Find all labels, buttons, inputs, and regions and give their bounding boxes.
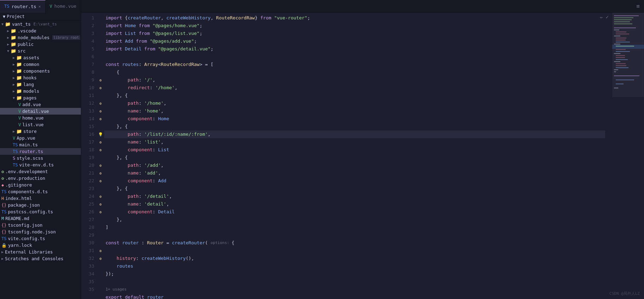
tree-item-detail-vue[interactable]: V detail.vue — [0, 108, 81, 115]
tree-item-tsconfig-node[interactable]: {} tsconfig.node.json — [0, 228, 81, 235]
tree-item-home-vue[interactable]: V home.vue — [0, 115, 81, 121]
tab-menu-icon[interactable]: ≡ — [632, 3, 644, 10]
tree-item-label-list-vue: list.vue — [22, 122, 43, 127]
vue-file-icon: V — [18, 122, 21, 127]
folder-icon: 📁 — [16, 129, 22, 134]
chevron-icon: ▼ — [1, 22, 4, 26]
gutter-icon-18: ⚙ — [97, 146, 104, 154]
gutter-icon-13: ⚙ — [97, 107, 104, 115]
tree-item-label-components-d-ts: components.d.ts — [8, 189, 48, 194]
project-chevron-icon: ▼ — [3, 14, 5, 19]
tree-item-env-dev[interactable]: ⚙ .env.development — [0, 168, 81, 175]
tab-router-ts[interactable]: TS router.ts ✕ — [0, 0, 46, 13]
main-layout: ▼ Project ▼ 📁 vant_ts E:\vant_ts ▶ 📁 .vs… — [0, 13, 644, 299]
tree-item-node-modules[interactable]: ▶ 📁 node_modules library root — [0, 34, 81, 41]
tree-item-vscode[interactable]: ▶ 📁 .vscode — [0, 28, 81, 34]
tree-item-external-libs[interactable]: ▶ External Libraries — [0, 249, 81, 255]
code-line-35-empty — [104, 278, 605, 286]
code-line-usages-hint[interactable]: 1+ usages — [104, 286, 605, 293]
tree-item-label-common: common — [23, 62, 39, 67]
tree-item-label-src: src — [18, 48, 26, 54]
tree-item-public[interactable]: ▶ 📁 public — [0, 41, 81, 48]
tree-item-package-json[interactable]: {} package.json — [0, 202, 81, 208]
code-line-30: const router : Router = createRouter( op… — [104, 239, 605, 247]
edit-icon[interactable]: ✏ — [600, 14, 603, 20]
json-file-icon: {} — [1, 203, 6, 208]
tree-item-models[interactable]: ▶ 📁 models — [0, 88, 81, 94]
tree-item-env-prod[interactable]: ⚙ .env.production — [0, 175, 81, 182]
tree-item-add-vue[interactable]: V add.vue — [0, 101, 81, 108]
tree-item-vant-ts[interactable]: ▼ 📁 vant_ts E:\vant_ts — [0, 21, 81, 28]
tree-item-hooks[interactable]: ▶ 📁 hooks — [0, 74, 81, 81]
tree-item-components-d-ts[interactable]: TS components.d.ts — [0, 188, 81, 195]
tree-item-scratches[interactable]: ▶ Scratches and Consoles — [0, 255, 81, 262]
ts-file-icon: TS — [13, 142, 18, 147]
tree-item-vite-env[interactable]: TS vite-env.d.ts — [0, 161, 81, 168]
code-line-7: const routes: Array<RouteRecordRaw> = [ — [104, 61, 605, 68]
git-file-icon: ◆ — [1, 183, 4, 188]
tree-item-list-vue[interactable]: V list.vue — [0, 121, 81, 128]
tree-item-app-vue[interactable]: V App.vue — [0, 135, 81, 141]
tree-item-index-html[interactable]: H index.html — [0, 195, 81, 202]
code-editor[interactable]: import {createRouter, createWebHistory, … — [104, 13, 612, 299]
code-line-33: routes — [104, 262, 605, 270]
folder-icon: 📁 — [16, 75, 22, 80]
tree-item-style-scss[interactable]: S style.scss — [0, 155, 81, 161]
gutter-icons: ⚙ ⚙ ⚙ ⚙ ⚙ 💡 ⚙ ⚙ ⚙ ⚙ ⚙ ⚙ ⚙ — [97, 13, 104, 299]
tree-item-label-hooks: hooks — [23, 75, 37, 80]
env-file-icon: ⚙ — [1, 176, 4, 181]
tree-item-common[interactable]: ▶ 📁 common — [0, 61, 81, 68]
code-line-export: export default router — [104, 293, 605, 299]
code-line-14: component: Home — [104, 115, 605, 123]
code-line-28: ] — [104, 224, 605, 231]
code-container[interactable]: 12345 678910 1112131415 1617181920 21222… — [81, 13, 612, 299]
project-header[interactable]: ▼ Project — [0, 13, 81, 21]
code-line-23: }, { — [104, 185, 605, 193]
tree-item-assets[interactable]: ▶ 📁 assets — [0, 54, 81, 61]
tree-item-postcss-config[interactable]: TS postcss.config.ts — [0, 208, 81, 215]
tab-home-vue-label: home.vue — [54, 4, 77, 9]
minimap-svg — [612, 13, 644, 299]
check-icon[interactable]: ✓ — [606, 14, 609, 20]
ts-file-icon: TS — [1, 189, 6, 194]
tree-item-gitignore[interactable]: ◆ .gitignore — [0, 182, 81, 188]
tree-item-lang[interactable]: ▶ 📁 lang — [0, 81, 81, 88]
close-tab-router-ts[interactable]: ✕ — [38, 4, 41, 9]
chevron-icon: ▶ — [7, 29, 9, 33]
code-line-26: component: Detail — [104, 208, 605, 216]
tree-item-label-public: public — [18, 42, 34, 47]
tree-item-components[interactable]: ▶ 📁 components — [0, 68, 81, 74]
vue-file-icon: V — [18, 116, 21, 121]
gutter-icon-12: ⚙ — [97, 99, 104, 107]
tree-item-vite-config[interactable]: TS vite.config.ts — [0, 235, 81, 242]
tree-item-main-ts[interactable]: TS main.ts — [0, 141, 81, 148]
code-line-11: }, { — [104, 92, 605, 99]
ts-file-icon: TS — [13, 163, 18, 167]
folder-icon: 📁 — [16, 89, 22, 94]
tree-item-label-pages: pages — [23, 95, 37, 100]
chevron-icon: ▶ — [1, 257, 4, 261]
tree-item-src[interactable]: ▼ 📁 src — [0, 48, 81, 54]
gutter-icon-24: ⚙ — [97, 193, 104, 200]
vue-file-icon: V — [50, 4, 52, 9]
chevron-icon: ▶ — [13, 56, 15, 60]
tree-item-tsconfig-json[interactable]: {} tsconfig.json — [0, 222, 81, 228]
tree-item-label-postcss-config: postcss.config.ts — [8, 209, 53, 214]
code-line-1: import {createRouter, createWebHistory, … — [104, 14, 605, 22]
tree-item-label-router-ts: router.ts — [19, 149, 43, 154]
tree-item-label-yarn-lock: yarn.lock — [8, 243, 32, 248]
tab-home-vue[interactable]: V home.vue — [46, 0, 81, 13]
tree-item-readme[interactable]: M README.md — [0, 215, 81, 222]
gutter-icon-25: ⚙ — [97, 200, 104, 208]
tree-item-store[interactable]: ▶ 📁 store — [0, 128, 81, 135]
code-line-2: import Home from "@pages/home.vue"; — [104, 22, 605, 30]
tree-item-yarn-lock[interactable]: 🔒 yarn.lock — [0, 242, 81, 249]
tree-item-label-vant-ts: vant_ts — [12, 22, 31, 27]
gutter-icon-9: ⚙ — [97, 76, 104, 84]
tree-item-router-ts[interactable]: TS router.ts — [0, 148, 81, 155]
line-numbers: 12345 678910 1112131415 1617181920 21222… — [81, 13, 97, 299]
json-file-icon: {} — [1, 223, 6, 228]
code-line-21: name: 'add', — [104, 169, 605, 177]
tree-item-pages[interactable]: ▼ 📁 pages — [0, 94, 81, 101]
tree-item-label-models: models — [23, 89, 39, 94]
